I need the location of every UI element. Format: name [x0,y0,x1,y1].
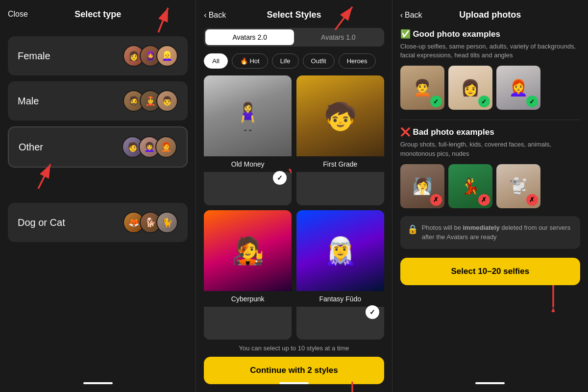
type-label-dog-or-cat: Dog or Cat [18,217,65,228]
good-photo-2: 👩 ✓ [448,66,492,110]
style-image-cyberpunk: 🧑‍🎤 [204,210,292,291]
privacy-text: Photos will be immediately deleted from … [422,223,573,242]
cyberpunk-figure: 🧑‍🎤 [231,237,264,264]
select-type-panel: Close Select type Female 👩 🧕 👱‍♀️ Male 🧔… [0,0,196,392]
svg-line-5 [335,7,352,30]
filter-tab-hot[interactable]: 🔥 Hot [232,53,268,69]
style-card-cyberpunk[interactable]: 🧑‍🎤 Cyberpunk [204,210,292,340]
bad-examples-title: ❌ Bad photo examples [400,127,580,137]
good-photo-examples: 🧑‍🦱 ✓ 👩 ✓ 👩‍🦰 ✓ [400,66,580,110]
female-avatar-stack: 👩 🧕 👱‍♀️ [123,45,178,67]
avatar-9: 🧑‍🦰 [155,136,177,158]
svg-line-7 [289,169,292,184]
bad-photo-3: 🐩 ✗ [496,164,540,208]
upload-photos-panel: ‹ Back Upload photos ✅ Good photo exampl… [392,0,588,392]
arrow-select-styles [325,3,365,32]
cyberpunk-label: Cyberpunk [204,291,292,307]
style-card-fantasy[interactable]: 🧝‍♀️ ✓ Fantasy Fūdo [296,210,384,340]
good-examples-desc: Close-up selfies, same person, adults, v… [400,42,580,60]
close-button[interactable]: Close [8,10,28,19]
style-card-first-grade[interactable]: 🧒 First Grade [296,75,384,205]
style-image-old-money: 🧍‍♀️ [204,75,292,156]
style-image-fantasy: 🧝‍♀️ [296,210,384,291]
filter-tab-group: All 🔥 Hot Life Outfit Heroes [204,53,384,69]
style-card-old-money[interactable]: 🧍‍♀️ ✓ Old Money [204,75,292,205]
other-avatar-stack: 🧑 👩‍🦱 🧑‍🦰 [122,136,177,158]
fantasy-label: Fantasy Fūdo [296,291,384,307]
bad-person-2: 💃 [461,177,480,196]
type-label-male: Male [18,96,39,107]
filter-tab-heroes[interactable]: Heroes [339,53,376,69]
good-badge-1: ✓ [430,96,442,107]
fantasy-figure: 🧝‍♀️ [324,237,357,264]
male-avatar-stack: 🧔 👲 👨 [123,90,178,112]
good-person-3: 👩‍🦰 [509,78,528,97]
good-person-2: 👩 [461,78,480,97]
bad-person-1: 🧖‍♀️ [413,177,432,196]
bad-photo-2: 💃 ✗ [448,164,492,208]
fantasy-check: ✓ [366,305,379,319]
style-hint: You can select up to 10 styles at a time [204,340,384,355]
old-money-figure: 🧍‍♀️ [231,103,264,129]
bad-badge-3: ✗ [526,194,538,206]
arrow-other-card [24,162,63,191]
type-label-female: Female [18,50,50,62]
chevron-left-icon: ‹ [204,11,206,20]
bad-person-3: 🐩 [509,177,528,196]
first-grade-label: First Grade [296,156,384,172]
type-card-other[interactable]: Other 🧑 👩‍🦱 🧑‍🦰 [8,126,188,168]
good-photo-1: 🧑‍🦱 ✓ [400,66,444,110]
type-card-dog-or-cat[interactable]: Dog or Cat 🦊 🐕 🐈 [8,203,188,242]
filter-tab-outfit[interactable]: Outfit [303,53,335,69]
avatar-12: 🐈 [156,212,178,233]
home-indicator-3 [475,382,505,384]
lock-icon: 🔒 [407,223,418,236]
good-person-1: 🧑‍🦱 [413,78,432,97]
home-indicator-2 [279,382,309,384]
old-money-label: Old Money [204,156,292,172]
arrow-select-type [139,3,178,37]
bad-photo-examples: 🧖‍♀️ ✗ 💃 ✗ 🐩 ✗ [400,164,580,208]
arrow-selfies-btn [536,283,570,312]
select-selfies-button[interactable]: Select 10–20 selfies [400,258,580,285]
select-styles-panel: ‹ Back Select Styles Avatars 2.0 Avatars… [196,0,392,392]
pet-avatar-stack: 🦊 🐕 🐈 [123,212,178,233]
bad-examples-desc: Group shots, full-length, kids, covered … [400,140,580,158]
divider [400,120,580,120]
filter-tab-all[interactable]: All [204,53,227,69]
first-grade-figure: 🧒 [324,103,357,129]
home-indicator-1 [83,382,113,384]
panel3-title: Upload photos [459,10,521,20]
avatar-6: 👨 [156,90,178,112]
type-label-other: Other [19,142,43,153]
good-badge-3: ✓ [526,96,538,107]
filter-tab-life[interactable]: Life [272,53,299,69]
bad-badge-2: ✗ [478,194,490,206]
arrow-old-money-check [282,164,292,189]
type-card-female[interactable]: Female 👩 🧕 👱‍♀️ [8,36,188,75]
svg-line-3 [38,164,50,189]
good-examples-title: ✅ Good photo examples [400,29,580,39]
bad-photo-1: 🧖‍♀️ ✗ [400,164,444,208]
chevron-left-icon-2: ‹ [400,11,403,20]
avatar-3: 👱‍♀️ [156,45,178,67]
arrow-continue-btn [335,379,369,392]
style-image-first-grade: 🧒 [296,75,384,156]
privacy-note: 🔒 Photos will be immediately deleted fro… [400,216,580,249]
bad-badge-1: ✗ [430,194,442,206]
panel2-back-button[interactable]: ‹ Back [204,11,226,20]
version-tab-2[interactable]: Avatars 2.0 [205,29,294,45]
svg-line-1 [158,8,168,32]
panel1-title: Select type [74,9,121,20]
panel2-title: Select Styles [267,10,321,20]
panel2-header: ‹ Back Select Styles [204,10,384,20]
good-photo-3: 👩‍🦰 ✓ [496,66,540,110]
back-label-3: Back [405,11,422,20]
good-badge-2: ✓ [478,96,490,107]
panel3-header: ‹ Back Upload photos [400,10,580,20]
type-card-male[interactable]: Male 🧔 👲 👨 [8,81,188,121]
panel3-back-button[interactable]: ‹ Back [400,11,422,20]
back-label: Back [209,11,226,20]
styles-grid: 🧍‍♀️ ✓ Old Money 🧒 First Grade 🧑‍🎤 Cyber… [204,75,384,340]
